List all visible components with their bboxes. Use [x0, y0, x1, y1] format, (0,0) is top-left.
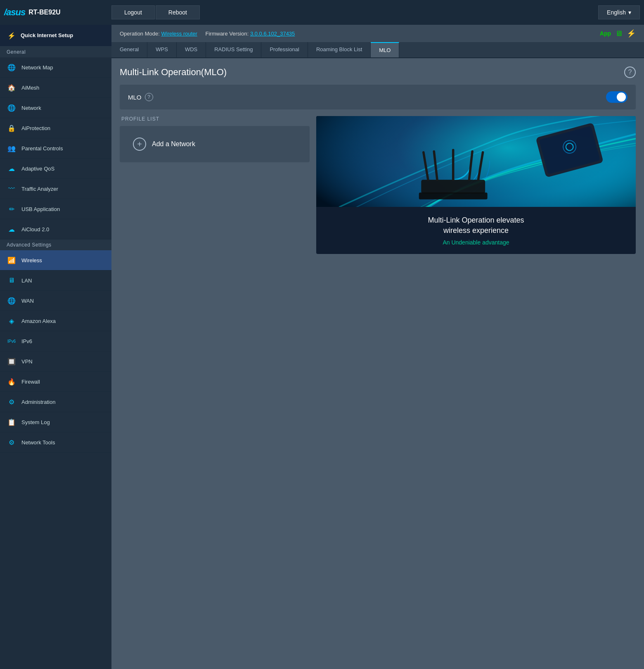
sidebar-item-label: WAN	[21, 298, 34, 304]
system-log-icon: 📋	[7, 417, 17, 427]
usb-application-icon: ✏	[7, 204, 17, 214]
sidebar-item-label: VPN	[21, 358, 33, 365]
firewall-icon: 🔥	[7, 377, 17, 387]
sidebar-item-wireless[interactable]: 📶 Wireless	[0, 250, 111, 270]
reboot-button[interactable]: Reboot	[156, 5, 200, 19]
network-map-icon: 🌐	[7, 62, 17, 72]
aimesh-icon: 🏠	[7, 83, 17, 93]
panel-title-bar: Multi-Link Operation(MLO) ?	[120, 66, 636, 78]
add-network-button[interactable]: + Add a Network	[120, 126, 310, 162]
fw-label: Firmware Version:	[206, 31, 249, 37]
sidebar-item-label: Parental Controls	[21, 145, 63, 152]
monitor-icon: 🖥	[615, 29, 623, 38]
sidebar-item-parental-controls[interactable]: 👥 Parental Controls	[0, 138, 111, 159]
sidebar: ⚡ Quick Internet Setup General 🌐 Network…	[0, 25, 111, 669]
mlo-toggle[interactable]	[606, 91, 627, 103]
sidebar-item-label: IPv6	[21, 338, 32, 344]
panel-title: Multi-Link Operation(MLO)	[120, 67, 227, 78]
op-mode-info: Operation Mode: Wireless router Firmware…	[120, 31, 295, 37]
tab-wps[interactable]: WPS	[147, 42, 177, 57]
sidebar-item-ipv6[interactable]: IPv6 IPv6	[0, 331, 111, 351]
sidebar-item-firewall[interactable]: 🔥 Firewall	[0, 372, 111, 392]
app-label: App	[600, 30, 611, 37]
sidebar-item-wan[interactable]: 🌐 WAN	[0, 291, 111, 311]
sidebar-item-network[interactable]: 🌐 Network	[0, 98, 111, 118]
sidebar-item-aiprotection[interactable]: 🔒 AiProtection	[0, 118, 111, 138]
toggle-slider[interactable]	[606, 91, 627, 103]
ipv6-icon: IPv6	[7, 336, 17, 346]
sidebar-item-aimesh[interactable]: 🏠 AiMesh	[0, 78, 111, 98]
vpn-icon: 🔲	[7, 356, 17, 366]
logout-button[interactable]: Logout	[111, 5, 155, 19]
panel-help-icon[interactable]: ?	[624, 66, 636, 78]
sidebar-item-administration[interactable]: ⚙ Administration	[0, 392, 111, 412]
top-buttons: Logout Reboot	[111, 5, 598, 19]
sidebar-item-aicloud[interactable]: ☁ AiCloud 2.0	[0, 219, 111, 240]
plus-circle-icon: +	[133, 138, 146, 151]
sidebar-item-label: Network Map	[21, 64, 53, 71]
fw-value[interactable]: 3.0.0.6.102_37435	[250, 31, 295, 37]
operation-mode-bar: Operation Mode: Wireless router Firmware…	[111, 25, 644, 42]
sidebar-item-vpn[interactable]: 🔲 VPN	[0, 351, 111, 372]
lan-icon: 🖥	[7, 275, 17, 285]
aiprotection-icon: 🔒	[7, 123, 17, 133]
sidebar-item-label: AiProtection	[21, 125, 50, 131]
logo-area: /asus RT-BE92U	[4, 7, 103, 18]
svg-rect-4	[421, 180, 485, 193]
sidebar-item-label: Amazon Alexa	[21, 318, 56, 324]
wireless-icon: 📶	[7, 255, 17, 265]
sidebar-item-label: Administration	[21, 399, 55, 405]
content-area: Operation Mode: Wireless router Firmware…	[111, 25, 644, 669]
sidebar-item-label: USB Application	[21, 206, 60, 212]
sidebar-item-label: Network	[21, 105, 41, 111]
sidebar-item-system-log[interactable]: 📋 System Log	[0, 412, 111, 432]
sidebar-item-label: AiMesh	[21, 85, 39, 91]
quick-setup-label: Quick Internet Setup	[21, 32, 73, 39]
sidebar-item-usb-application[interactable]: ✏ USB Application	[0, 199, 111, 219]
tab-radius-setting[interactable]: RADIUS Setting	[206, 42, 261, 57]
aicloud-icon: ☁	[7, 224, 17, 234]
sidebar-item-network-map[interactable]: 🌐 Network Map	[0, 57, 111, 78]
language-button[interactable]: English ▾	[598, 5, 640, 19]
quick-setup-icon: ⚡	[7, 31, 17, 40]
promo-subtitle: An Undeniable advantage	[324, 239, 627, 246]
tab-mlo[interactable]: MLO	[371, 42, 399, 57]
amazon-alexa-icon: ◈	[7, 316, 17, 326]
usb-icon: ⚡	[627, 29, 636, 38]
sidebar-item-label: Network Tools	[21, 439, 55, 446]
promo-title: Multi-Link Operation elevateswireless ex…	[324, 215, 627, 236]
advanced-section-label: Advanced Settings	[0, 240, 111, 250]
parental-controls-icon: 👥	[7, 143, 17, 153]
sidebar-item-traffic-analyzer[interactable]: 〰 Traffic Analyzer	[0, 179, 111, 199]
sidebar-item-network-tools[interactable]: ⚙ Network Tools	[0, 432, 111, 453]
mlo-help-icon[interactable]: ?	[145, 93, 153, 101]
header-right-icons: App 🖥 ⚡	[600, 29, 636, 38]
mlo-label: MLO ?	[128, 93, 153, 101]
sidebar-item-adaptive-qos[interactable]: ☁ Adaptive QoS	[0, 159, 111, 179]
wan-icon: 🌐	[7, 296, 17, 306]
tab-wds[interactable]: WDS	[177, 42, 206, 57]
add-network-label: Add a Network	[152, 140, 195, 148]
profile-section: PROFILE LIST + Add a Network	[120, 116, 310, 254]
quick-internet-setup[interactable]: ⚡ Quick Internet Setup	[0, 25, 111, 47]
top-bar: /asus RT-BE92U Logout Reboot English ▾	[0, 0, 644, 25]
main-panel: Multi-Link Operation(MLO) ? MLO ?	[111, 58, 644, 669]
network-tools-icon: ⚙	[7, 437, 17, 447]
main-layout: ⚡ Quick Internet Setup General 🌐 Network…	[0, 25, 644, 669]
op-mode-value[interactable]: Wireless router	[161, 31, 197, 37]
svg-rect-5	[419, 192, 488, 199]
sidebar-item-label: System Log	[21, 419, 50, 425]
asus-logo: /asus	[4, 7, 25, 18]
tab-professional[interactable]: Professional	[261, 42, 308, 57]
sidebar-item-amazon-alexa[interactable]: ◈ Amazon Alexa	[0, 311, 111, 331]
sidebar-item-lan[interactable]: 🖥 LAN	[0, 270, 111, 291]
model-name: RT-BE92U	[28, 9, 60, 16]
network-icon: 🌐	[7, 103, 17, 113]
sidebar-item-label: Wireless	[21, 257, 42, 263]
sidebar-item-label: LAN	[21, 278, 32, 284]
tab-general[interactable]: General	[111, 42, 147, 57]
promo-image	[316, 116, 636, 207]
tab-roaming-block-list[interactable]: Roaming Block List	[308, 42, 371, 57]
adaptive-qos-icon: ☁	[7, 164, 17, 173]
general-section-label: General	[0, 47, 111, 57]
